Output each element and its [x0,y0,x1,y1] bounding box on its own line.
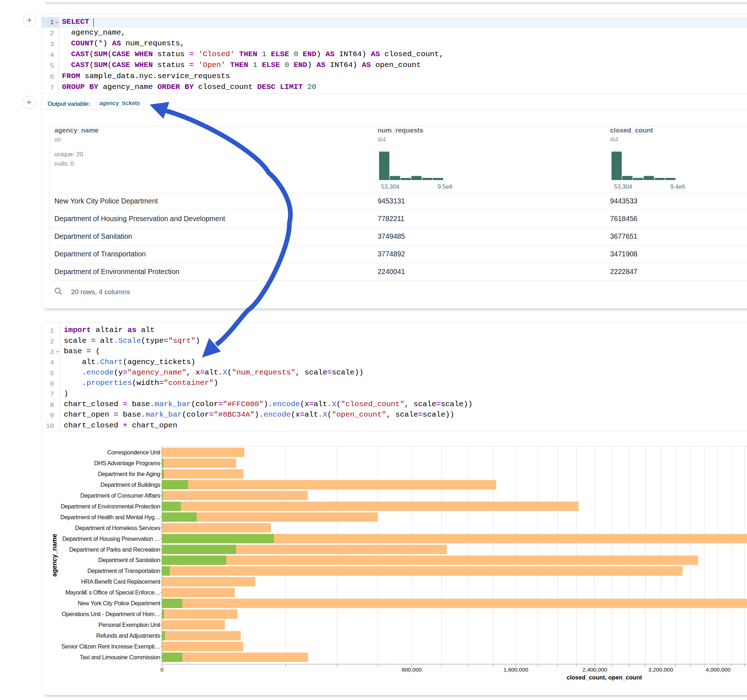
svg-text:Department for the Aging: Department for the Aging [98,471,160,477]
svg-text:Department of Homeless Service: Department of Homeless Services [75,525,160,531]
svg-text:closed_count, open_count: closed_count, open_count [567,674,642,680]
svg-text:Department of Health and Menta: Department of Health and Mental Hyg… [60,514,160,520]
svg-text:1,600,000: 1,600,000 [504,667,528,673]
svg-text:800,000: 800,000 [401,667,422,673]
svg-text:Department of Consumer Affairs: Department of Consumer Affairs [80,492,160,499]
svg-text:Senior Citizen Rent Increase E: Senior Citizen Rent Increase Exempti… [62,643,160,650]
svg-text:2,400,000: 2,400,000 [582,667,607,673]
svg-text:Department of Sanitation: Department of Sanitation [98,557,160,563]
svg-text:3,200,000: 3,200,000 [648,667,673,673]
svg-text:Department of Parks and Recrea: Department of Parks and Recreation [69,546,160,553]
svg-text:Personal Exemption Unit: Personal Exemption Unit [98,622,160,628]
svg-text:Operations Unit - Department o: Operations Unit - Department of Hom… [62,611,160,617]
svg-text:Department of Housing Preserva: Department of Housing Preservation … [62,536,160,542]
svg-text:Department of Environmental Pr: Department of Environmental Protection [60,503,160,510]
svg-text:agency_name: agency_name [51,534,58,576]
svg-text:New York City Police Departmen: New York City Police Department [78,600,161,606]
svg-text:Department of Buildings: Department of Buildings [101,481,160,488]
svg-text:Taxi and Limousine Commission: Taxi and Limousine Commission [80,654,160,661]
svg-text:Refunds and Adjustments: Refunds and Adjustments [96,632,160,639]
svg-text:HRA Benefit Card Replacement: HRA Benefit Card Replacement [81,578,160,585]
svg-text:Correspondence Unit: Correspondence Unit [107,449,160,456]
svg-text:DHS Advantage Programs: DHS Advantage Programs [94,460,160,466]
svg-text:Mayorâ€ s Office of Special En: Mayorâ€ s Office of Special Enforce… [65,589,160,596]
svg-text:Department of Transportation: Department of Transportation [88,567,160,574]
svg-text:4,000,000: 4,000,000 [706,667,730,673]
svg-text:0: 0 [160,667,163,673]
